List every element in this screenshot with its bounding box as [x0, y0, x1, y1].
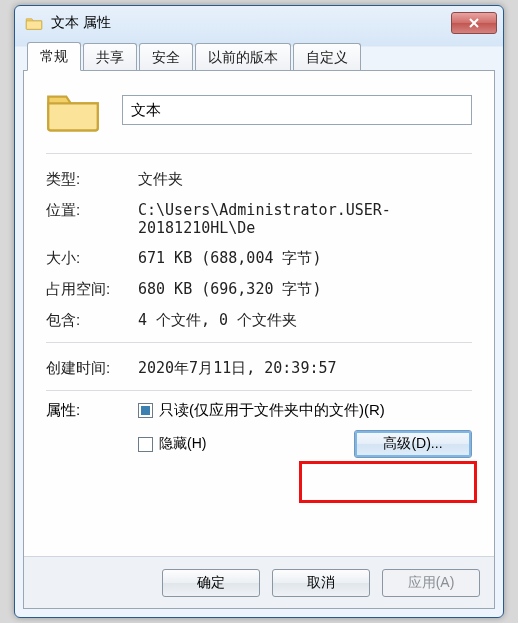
- readonly-row: 只读(仅应用于文件夹中的文件)(R): [138, 401, 472, 420]
- row-location: 位置: C:\Users\Administrator.USER-20181210…: [46, 201, 472, 237]
- separator: [46, 153, 472, 154]
- readonly-label: 只读(仅应用于文件夹中的文件)(R): [159, 401, 385, 420]
- row-created: 创建时间: 2020年7月11日, 20:39:57: [46, 359, 472, 378]
- label-type: 类型:: [46, 170, 138, 189]
- name-row: [46, 87, 472, 133]
- row-contains: 包含: 4 个文件, 0 个文件夹: [46, 311, 472, 330]
- label-size-on-disk: 占用空间:: [46, 280, 138, 299]
- label-contains: 包含:: [46, 311, 138, 330]
- tab-security[interactable]: 安全: [139, 43, 193, 71]
- tab-previous-versions[interactable]: 以前的版本: [195, 43, 291, 71]
- apply-button[interactable]: 应用(A): [382, 569, 480, 597]
- tab-sharing[interactable]: 共享: [83, 43, 137, 71]
- value-location: C:\Users\Administrator.USER-20181210HL\D…: [138, 201, 472, 237]
- hidden-label: 隐藏(H): [159, 435, 206, 453]
- value-contains: 4 个文件, 0 个文件夹: [138, 311, 472, 330]
- tab-custom[interactable]: 自定义: [293, 43, 361, 71]
- client-area: 常规 共享 安全 以前的版本 自定义 类型: 文件夹 位置: C:\Users: [23, 40, 495, 609]
- separator: [46, 390, 472, 391]
- tabstrip: 常规 共享 安全 以前的版本 自定义: [23, 40, 495, 70]
- titlebar: 文本 属性: [15, 6, 503, 40]
- row-size: 大小: 671 KB (688,004 字节): [46, 249, 472, 268]
- folder-icon: [25, 16, 43, 30]
- row-type: 类型: 文件夹: [46, 170, 472, 189]
- label-attributes: 属性:: [46, 401, 138, 458]
- hidden-advanced-row: 隐藏(H) 高级(D)...: [138, 430, 472, 458]
- close-icon: [468, 17, 480, 29]
- general-panel: 类型: 文件夹 位置: C:\Users\Administrator.USER-…: [23, 70, 495, 609]
- readonly-checkbox[interactable]: [138, 403, 153, 418]
- ok-button[interactable]: 确定: [162, 569, 260, 597]
- dialog-footer: 确定 取消 应用(A): [24, 556, 494, 608]
- cancel-button[interactable]: 取消: [272, 569, 370, 597]
- tab-general[interactable]: 常规: [27, 42, 81, 71]
- value-type: 文件夹: [138, 170, 472, 189]
- separator: [46, 342, 472, 343]
- attributes-block: 属性: 只读(仅应用于文件夹中的文件)(R) 隐藏(H) 高级(D)...: [46, 401, 472, 458]
- label-size: 大小:: [46, 249, 138, 268]
- row-size-on-disk: 占用空间: 680 KB (696,320 字节): [46, 280, 472, 299]
- folder-icon-large: [46, 87, 100, 133]
- window-title: 文本 属性: [51, 14, 111, 32]
- hidden-checkbox[interactable]: [138, 437, 153, 452]
- value-size-on-disk: 680 KB (696,320 字节): [138, 280, 472, 299]
- advanced-button[interactable]: 高级(D)...: [354, 430, 472, 458]
- label-location: 位置:: [46, 201, 138, 237]
- folder-name-input[interactable]: [122, 95, 472, 125]
- value-created: 2020年7月11日, 20:39:57: [138, 359, 472, 378]
- value-size: 671 KB (688,004 字节): [138, 249, 472, 268]
- label-created: 创建时间:: [46, 359, 138, 378]
- properties-dialog: 文本 属性 常规 共享 安全 以前的版本 自定义: [14, 5, 504, 618]
- close-button[interactable]: [451, 12, 497, 34]
